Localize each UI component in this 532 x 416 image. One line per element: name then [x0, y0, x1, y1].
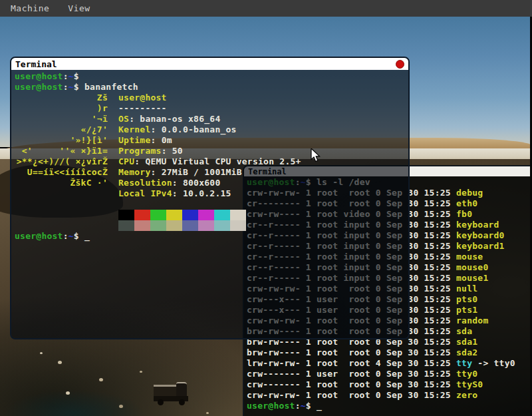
palette-swatch [150, 220, 166, 231]
file-name: tty [456, 358, 472, 368]
file-meta: crw------- 1 root root 0 Sep 30 15:25 [247, 379, 456, 389]
fetch-label: Uptime [118, 135, 150, 145]
palette-swatch [230, 220, 246, 231]
ascii-art: )r [15, 103, 108, 114]
command-text: bananfetch [79, 82, 138, 92]
color-palette-row-2 [118, 220, 408, 231]
prompt-symbol: $ [74, 231, 79, 241]
palette-swatch [198, 220, 214, 231]
front-terminal-content[interactable]: user@host:~$user@host:~$ bananfetchZšuse… [11, 70, 408, 338]
palette-swatch [166, 220, 182, 231]
fetch-row: >**¿<+)//( ×¿vîrŽCPU: QEMU Virtual CPU v… [15, 156, 408, 167]
file-name: mouse [456, 252, 483, 262]
terminal-line: user@host:~$ _ [15, 231, 408, 242]
ls-row: crw-rw-rw- 1 root root 0 Sep 30 15:25 ze… [247, 390, 532, 401]
fetch-value: 0.0.0-banan_os [162, 124, 237, 134]
front-terminal-titlebar[interactable]: Terminal [11, 58, 408, 70]
file-name: mouse0 [456, 262, 488, 272]
palette-swatch [214, 210, 230, 220]
prompt-symbol: $ [74, 71, 79, 81]
file-name: debug [456, 188, 483, 198]
ls-row: lrw-rw-rw- 1 root root 4 Sep 30 15:25 tt… [247, 358, 532, 369]
file-name: keyboard [456, 220, 499, 230]
fetch-row: '¬ïOS: banan-os x86_64 [15, 114, 408, 124]
fetch-value: 27MiB / 1001MiB [162, 167, 242, 177]
menu-item-machine[interactable]: Machine [11, 3, 49, 13]
fetch-label: Programs [118, 146, 162, 156]
file-name: tty0 [456, 369, 477, 379]
ascii-art: U==íï<<íííîcocŽ [15, 167, 108, 178]
fetch-row: Zšuser@host [15, 93, 408, 103]
fetch-colon: : [172, 178, 183, 188]
prompt-path: ~ [68, 71, 74, 81]
fetch-row: Local IPv4: 10.0.2.15 [15, 188, 408, 199]
ascii-art: '»!}[ì' [15, 135, 108, 146]
file-meta: lrw-rw-rw- 1 root root 4 Sep 30 15:25 [247, 358, 456, 368]
file-name: zero [456, 390, 477, 400]
color-palette-row-1 [118, 210, 408, 220]
fetch-label: CPU [118, 156, 134, 166]
fetch-label: Memory [118, 167, 150, 177]
prompt-separator: : [63, 231, 68, 241]
fetch-row: )r--------- [15, 103, 408, 114]
file-name: pts0 [456, 294, 477, 304]
fetch-colon: : [150, 124, 161, 134]
front-terminal-title: Terminal [15, 59, 57, 69]
terminal-line: user@host:~$ _ [247, 401, 532, 411]
file-name: sda [456, 326, 472, 336]
fetch-value: 800x600 [183, 178, 221, 188]
prompt-separator: : [295, 401, 301, 411]
fetch-colon: : [129, 114, 140, 124]
fetch-row: «/¿7'Kernel: 0.0.0-banan_os [15, 124, 408, 135]
terminal-window-front[interactable]: Terminal user@host:~$user@host:~$ bananf… [10, 57, 410, 339]
symlink-target: -> tty0 [472, 358, 515, 368]
fetch-value: --------- [118, 103, 167, 113]
close-button[interactable] [396, 60, 404, 69]
fetch-colon: : [134, 156, 145, 166]
palette-swatch [166, 210, 182, 220]
fetch-value: 50 [172, 146, 183, 156]
mouse-pointer-icon [311, 148, 321, 166]
fetch-row: '»!}[ì'Uptime: 0m [15, 135, 408, 146]
palette-swatch [214, 220, 230, 231]
ascii-art: <' ''« ×}ï1= [15, 146, 108, 156]
truck-silhouette [154, 377, 191, 407]
fetch-value: user@host [118, 93, 167, 103]
palette-swatch [182, 210, 198, 220]
fetch-row: <' ''« ×}ï1=Programs: 50 [15, 146, 408, 156]
ascii-art: >**¿<+)//( ×¿vîrŽ [15, 156, 108, 167]
ls-row: brw-rw---- 1 root root 0 Sep 30 15:25 sd… [247, 347, 532, 358]
fetch-colon: : [172, 188, 183, 198]
prompt-user: user@host [15, 71, 63, 81]
menu-item-view[interactable]: View [68, 3, 90, 13]
file-name: keyboard0 [456, 230, 505, 240]
ls-row: crw------- 1 user root 0 Sep 30 15:25 tt… [247, 369, 532, 379]
fetch-row: ŽškC ·'Resolution: 800x600 [15, 178, 408, 188]
fetch-colon: : [150, 135, 161, 145]
file-name: sda2 [456, 347, 477, 357]
prompt-path: ~ [68, 231, 74, 241]
palette-swatch [198, 210, 214, 220]
fetch-label: Resolution [118, 178, 172, 188]
fetch-label: Kernel [118, 124, 150, 134]
file-meta: crw-rw-rw- 1 root root 0 Sep 30 15:25 [247, 390, 456, 400]
menu-bar: Machine View [0, 0, 532, 17]
palette-swatch [182, 220, 198, 231]
file-name: ttyS0 [456, 379, 483, 389]
fetch-label: Local IPv4 [118, 188, 172, 198]
file-name: pts1 [456, 305, 477, 315]
file-name: fb0 [456, 209, 472, 219]
prompt-separator: : [63, 71, 68, 81]
prompt-path: ~ [301, 401, 306, 411]
prompt-user: user@host [247, 401, 295, 411]
file-meta: brw-rw---- 1 root root 0 Sep 30 15:25 [247, 347, 456, 357]
prompt-symbol: $ [74, 82, 79, 92]
fetch-value: 0m [162, 135, 172, 145]
cursor-block: _ [79, 231, 90, 241]
file-meta: crw------- 1 user root 0 Sep 30 15:25 [247, 369, 456, 379]
prompt-symbol: $ [306, 401, 311, 411]
palette-swatch [134, 210, 150, 220]
fetch-row: U==íï<<íííîcocŽMemory: 27MiB / 1001MiB [15, 167, 408, 178]
file-name: sda1 [456, 337, 477, 347]
ls-row: crw------- 1 root root 0 Sep 30 15:25 tt… [247, 379, 532, 390]
